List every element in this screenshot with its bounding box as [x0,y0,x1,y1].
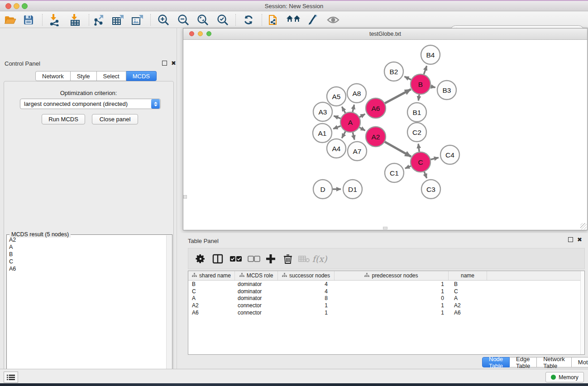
graph-node-B[interactable]: B [411,74,430,94]
graph-edge-B-B4[interactable] [424,66,426,75]
graph-edge-A-A3[interactable] [334,116,340,119]
graph-node-B1[interactable]: B1 [407,103,426,122]
close-panel-button[interactable]: Close panel [92,114,138,124]
new-session-from-network-icon[interactable] [266,13,282,27]
graph-node-C3[interactable]: C3 [421,180,440,199]
open-file-icon[interactable] [3,13,18,27]
mcds-result-item[interactable]: A [7,243,166,251]
column-header-shared-name[interactable]: shared name [188,271,235,280]
zoom-in-icon[interactable] [156,13,171,27]
mcds-result-item[interactable]: A6 [7,265,166,272]
mcds-result-item[interactable]: C [7,258,166,265]
table-row[interactable]: Adominator80A [188,295,584,302]
deselect-all-checkboxes-icon[interactable] [247,252,261,266]
column-header-predecessor-nodes[interactable]: predecessor nodes [335,271,449,280]
graph-node-A2[interactable]: A2 [366,127,386,147]
graph-edge-C-C3[interactable] [424,172,426,178]
mcds-result-list[interactable]: A2ABCA6 [7,236,166,386]
table-row[interactable]: Cdominator41C [188,288,584,295]
float-panel-icon[interactable] [162,61,167,66]
graph-node-A3[interactable]: A3 [313,102,332,121]
save-session-icon[interactable] [21,13,36,27]
table-settings-gear-icon[interactable] [193,252,208,266]
graph-node-A[interactable]: A [340,112,360,132]
tab-network-table[interactable]: Network Table [537,357,572,367]
column-header-MCDS-role[interactable]: MCDS role [235,271,278,280]
graph-edge-B-B3[interactable] [430,86,435,87]
import-table-icon[interactable] [67,13,83,27]
graph-edge-A-A5[interactable] [342,107,345,113]
zoom-fit-icon[interactable] [195,13,210,27]
graph-edge-A2-C[interactable] [385,142,411,157]
zoom-selected-icon[interactable] [215,13,230,27]
graph-node-C2[interactable]: C2 [407,123,426,142]
tab-node-table[interactable]: Node Table [482,357,510,367]
table-row[interactable]: A6connector11A6 [188,309,584,316]
column-header-name[interactable]: name [449,271,487,280]
graph-node-B2[interactable]: B2 [384,62,403,81]
window-resize-grip[interactable] [580,223,587,229]
select-all-checkboxes-icon[interactable] [229,252,243,266]
graph-edge-C-C2[interactable] [418,144,419,152]
node-table[interactable]: shared nameMCDS rolesuccessor nodesprede… [188,271,585,355]
graph-node-A8[interactable]: A8 [347,84,366,103]
mcds-result-scrollbar[interactable] [166,235,172,386]
tab-network[interactable]: Network [35,71,71,81]
graph-edge-A-A8[interactable] [353,105,354,112]
table-row[interactable]: Bdominator41B [188,281,584,288]
tab-select[interactable]: Select [97,71,126,81]
zoom-out-icon[interactable] [176,13,191,27]
graph-node-C1[interactable]: C1 [385,163,404,182]
close-panel-icon[interactable]: ✖ [171,61,176,66]
hide-graphics-details-icon[interactable] [305,13,320,27]
delete-trash-icon[interactable] [281,252,295,266]
tab-edge-table[interactable]: Edge Table [510,357,537,367]
graph-edge-A-A4[interactable] [342,131,345,138]
float-table-panel-icon[interactable] [568,237,573,242]
graph-edge-A-A7[interactable] [353,132,354,139]
graph-edge-B-B1[interactable] [418,95,419,100]
graph-node-D[interactable]: D [313,180,332,199]
graph-edge-B-B2[interactable] [404,76,411,80]
tab-mcds[interactable]: MCDS [126,71,157,81]
network-view-window[interactable]: testGlobe.txt B4B2BB3A5A8A6B1A3AC2A1A2A4… [183,28,588,230]
task-history-list-button[interactable] [4,372,18,383]
home-legacy-icon[interactable] [286,13,301,27]
network-window-titlebar[interactable]: testGlobe.txt [183,29,587,40]
graph-node-A1[interactable]: A1 [313,124,332,143]
graph-edge-C-C1[interactable] [405,166,411,168]
graph-node-C4[interactable]: C4 [440,145,459,164]
add-column-plus-icon[interactable] [263,252,278,266]
graph-edge-A-A1[interactable] [333,126,340,129]
graph-node-B3[interactable]: B3 [437,81,456,100]
tab-motifs[interactable]: Motifs [572,357,588,367]
graph-node-A4[interactable]: A4 [327,139,346,158]
network-scrollbar-fragment[interactable] [183,195,187,199]
run-mcds-button[interactable]: Run MCDS [42,114,85,124]
optimization-criterion-dropdown[interactable]: largest connected component (directed) [20,99,161,109]
network-scrollbar-fragment[interactable] [383,227,387,229]
graph-edge-C-C4[interactable] [430,157,438,159]
graph-edge-A-A2[interactable] [359,127,365,130]
graph-edge-A6-B[interactable] [385,89,411,103]
tab-style[interactable]: Style [71,71,97,81]
graph-node-B4[interactable]: B4 [421,45,440,64]
mcds-result-item[interactable]: B [7,251,166,258]
import-network-icon[interactable] [47,13,62,27]
export-table-icon[interactable] [110,13,126,27]
network-graph[interactable]: B4B2BB3A5A8A6B1A3AC2A1A2A4A7C4CC1C3DD1 [184,40,588,230]
mcds-result-item[interactable]: A2 [7,236,166,243]
refresh-icon[interactable] [241,13,256,27]
graph-node-A6[interactable]: A6 [366,98,386,118]
table-row[interactable]: A2connector11A2 [188,302,584,309]
close-table-panel-icon[interactable]: ✖ [577,237,582,242]
graph-edge-A-A6[interactable] [359,114,365,117]
graph-node-D1[interactable]: D1 [343,180,362,199]
show-hide-eye-icon[interactable] [325,13,341,27]
table-scrollbar[interactable] [580,271,584,354]
graph-node-A7[interactable]: A7 [348,142,367,161]
graph-node-C[interactable]: C [411,152,430,172]
export-network-icon[interactable] [91,13,107,27]
graph-node-A5[interactable]: A5 [327,87,346,106]
toggle-column-view-icon[interactable] [210,252,225,266]
